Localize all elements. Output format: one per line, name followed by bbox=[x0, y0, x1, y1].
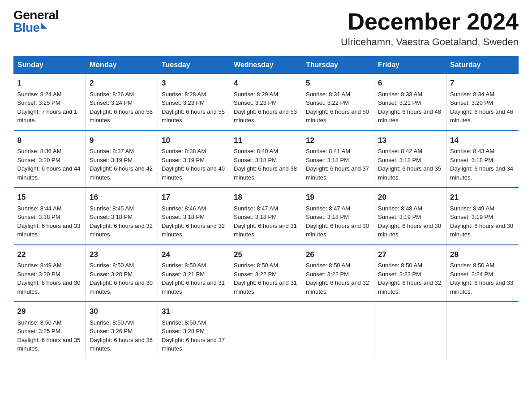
calendar-cell: 25Sunrise: 8:50 AMSunset: 3:22 PMDayligh… bbox=[230, 245, 302, 302]
day-info: Sunrise: 8:34 AMSunset: 3:20 PMDaylight:… bbox=[450, 91, 513, 124]
page-header: General Blue December 2024 Ulricehamn, V… bbox=[13, 9, 519, 48]
calendar-cell: 18Sunrise: 8:47 AMSunset: 3:18 PMDayligh… bbox=[230, 188, 302, 245]
day-info: Sunrise: 8:43 AMSunset: 3:18 PMDaylight:… bbox=[450, 148, 513, 181]
calendar-cell: 12Sunrise: 8:41 AMSunset: 3:18 PMDayligh… bbox=[302, 131, 374, 188]
calendar-cell: 23Sunrise: 8:50 AMSunset: 3:20 PMDayligh… bbox=[86, 245, 158, 302]
calendar-cell bbox=[230, 302, 302, 359]
day-number: 12 bbox=[306, 135, 370, 146]
day-number: 20 bbox=[378, 192, 442, 203]
calendar-cell: 15Sunrise: 8:44 AMSunset: 3:18 PMDayligh… bbox=[14, 188, 86, 245]
location-title: Ulricehamn, Vaestra Goetaland, Sweden bbox=[341, 36, 519, 48]
day-number: 3 bbox=[162, 77, 226, 89]
day-info: Sunrise: 8:49 AMSunset: 3:20 PMDaylight:… bbox=[17, 262, 81, 295]
calendar-cell: 30Sunrise: 8:50 AMSunset: 3:26 PMDayligh… bbox=[86, 302, 158, 359]
calendar-cell: 16Sunrise: 8:45 AMSunset: 3:18 PMDayligh… bbox=[86, 188, 158, 245]
weekday-header-friday: Friday bbox=[374, 56, 446, 74]
day-number: 16 bbox=[90, 192, 154, 203]
calendar-cell: 5Sunrise: 8:31 AMSunset: 3:22 PMDaylight… bbox=[302, 74, 374, 131]
calendar-cell: 28Sunrise: 8:50 AMSunset: 3:24 PMDayligh… bbox=[446, 245, 519, 302]
day-number: 1 bbox=[17, 77, 82, 89]
day-info: Sunrise: 8:50 AMSunset: 3:20 PMDaylight:… bbox=[90, 262, 153, 295]
calendar-cell: 26Sunrise: 8:50 AMSunset: 3:22 PMDayligh… bbox=[302, 245, 374, 302]
weekday-header-sunday: Sunday bbox=[14, 56, 86, 74]
calendar-cell: 19Sunrise: 8:47 AMSunset: 3:18 PMDayligh… bbox=[302, 188, 374, 245]
calendar-week-row: 29Sunrise: 8:50 AMSunset: 3:25 PMDayligh… bbox=[14, 302, 519, 359]
weekday-header-tuesday: Tuesday bbox=[158, 56, 230, 74]
calendar-week-row: 15Sunrise: 8:44 AMSunset: 3:18 PMDayligh… bbox=[14, 188, 519, 245]
day-number: 13 bbox=[378, 135, 442, 146]
calendar-cell: 7Sunrise: 8:34 AMSunset: 3:20 PMDaylight… bbox=[446, 74, 519, 131]
weekday-header-row: SundayMondayTuesdayWednesdayThursdayFrid… bbox=[14, 56, 519, 74]
day-info: Sunrise: 8:28 AMSunset: 3:23 PMDaylight:… bbox=[162, 91, 225, 124]
day-number: 18 bbox=[234, 192, 298, 203]
weekday-header-monday: Monday bbox=[86, 56, 158, 74]
day-info: Sunrise: 8:37 AMSunset: 3:19 PMDaylight:… bbox=[90, 148, 153, 181]
logo: General Blue bbox=[13, 9, 59, 34]
calendar-cell: 31Sunrise: 8:50 AMSunset: 3:28 PMDayligh… bbox=[158, 302, 230, 359]
day-info: Sunrise: 8:24 AMSunset: 3:25 PMDaylight:… bbox=[17, 91, 77, 124]
day-number: 25 bbox=[234, 249, 298, 261]
day-info: Sunrise: 8:26 AMSunset: 3:24 PMDaylight:… bbox=[90, 91, 153, 124]
calendar-cell: 11Sunrise: 8:40 AMSunset: 3:18 PMDayligh… bbox=[230, 131, 302, 188]
day-info: Sunrise: 8:47 AMSunset: 3:18 PMDaylight:… bbox=[306, 205, 369, 238]
calendar-cell: 8Sunrise: 8:36 AMSunset: 3:20 PMDaylight… bbox=[14, 131, 86, 188]
calendar-cell: 9Sunrise: 8:37 AMSunset: 3:19 PMDaylight… bbox=[86, 131, 158, 188]
day-number: 15 bbox=[17, 192, 82, 203]
month-title: December 2024 bbox=[341, 9, 519, 34]
calendar-cell bbox=[374, 302, 446, 359]
day-info: Sunrise: 8:42 AMSunset: 3:18 PMDaylight:… bbox=[378, 148, 441, 181]
title-block: December 2024 Ulricehamn, Vaestra Goetal… bbox=[341, 9, 519, 48]
calendar-cell: 21Sunrise: 8:49 AMSunset: 3:19 PMDayligh… bbox=[446, 188, 519, 245]
calendar-week-row: 8Sunrise: 8:36 AMSunset: 3:20 PMDaylight… bbox=[14, 131, 519, 188]
day-number: 26 bbox=[306, 249, 370, 261]
day-info: Sunrise: 8:50 AMSunset: 3:28 PMDaylight:… bbox=[162, 319, 225, 352]
day-info: Sunrise: 8:47 AMSunset: 3:18 PMDaylight:… bbox=[234, 205, 297, 238]
calendar-cell: 4Sunrise: 8:29 AMSunset: 3:23 PMDaylight… bbox=[230, 74, 302, 131]
day-number: 14 bbox=[450, 135, 515, 146]
day-info: Sunrise: 8:44 AMSunset: 3:18 PMDaylight:… bbox=[17, 205, 81, 238]
calendar-table: SundayMondayTuesdayWednesdayThursdayFrid… bbox=[13, 56, 519, 359]
day-number: 30 bbox=[90, 306, 154, 317]
day-number: 11 bbox=[234, 135, 298, 146]
day-info: Sunrise: 8:50 AMSunset: 3:25 PMDaylight:… bbox=[17, 319, 81, 352]
calendar-cell: 1Sunrise: 8:24 AMSunset: 3:25 PMDaylight… bbox=[14, 74, 86, 131]
day-info: Sunrise: 8:45 AMSunset: 3:18 PMDaylight:… bbox=[90, 205, 153, 238]
calendar-cell bbox=[302, 302, 374, 359]
day-info: Sunrise: 8:50 AMSunset: 3:24 PMDaylight:… bbox=[450, 262, 513, 295]
day-info: Sunrise: 8:50 AMSunset: 3:22 PMDaylight:… bbox=[306, 262, 369, 295]
day-number: 21 bbox=[450, 192, 515, 203]
calendar-week-row: 22Sunrise: 8:49 AMSunset: 3:20 PMDayligh… bbox=[14, 245, 519, 302]
weekday-header-thursday: Thursday bbox=[302, 56, 374, 74]
weekday-header-saturday: Saturday bbox=[446, 56, 519, 74]
day-number: 29 bbox=[17, 306, 82, 317]
calendar-week-row: 1Sunrise: 8:24 AMSunset: 3:25 PMDaylight… bbox=[14, 74, 519, 131]
calendar-cell: 2Sunrise: 8:26 AMSunset: 3:24 PMDaylight… bbox=[86, 74, 158, 131]
day-info: Sunrise: 8:50 AMSunset: 3:23 PMDaylight:… bbox=[378, 262, 441, 295]
day-info: Sunrise: 8:50 AMSunset: 3:21 PMDaylight:… bbox=[162, 262, 225, 295]
day-info: Sunrise: 8:29 AMSunset: 3:23 PMDaylight:… bbox=[234, 91, 297, 124]
logo-blue-text: Blue bbox=[13, 21, 40, 34]
day-number: 19 bbox=[306, 192, 370, 203]
day-number: 23 bbox=[90, 249, 154, 261]
day-info: Sunrise: 8:48 AMSunset: 3:19 PMDaylight:… bbox=[378, 205, 441, 238]
day-number: 31 bbox=[162, 306, 226, 317]
calendar-cell: 29Sunrise: 8:50 AMSunset: 3:25 PMDayligh… bbox=[14, 302, 86, 359]
weekday-header-wednesday: Wednesday bbox=[230, 56, 302, 74]
day-number: 17 bbox=[162, 192, 226, 203]
day-info: Sunrise: 8:46 AMSunset: 3:18 PMDaylight:… bbox=[162, 205, 225, 238]
calendar-cell: 17Sunrise: 8:46 AMSunset: 3:18 PMDayligh… bbox=[158, 188, 230, 245]
calendar-cell: 6Sunrise: 8:33 AMSunset: 3:21 PMDaylight… bbox=[374, 74, 446, 131]
calendar-cell: 27Sunrise: 8:50 AMSunset: 3:23 PMDayligh… bbox=[374, 245, 446, 302]
logo-triangle-icon bbox=[41, 22, 47, 29]
day-number: 5 bbox=[306, 77, 370, 89]
day-number: 22 bbox=[17, 249, 82, 261]
day-number: 7 bbox=[450, 77, 515, 89]
day-info: Sunrise: 8:50 AMSunset: 3:26 PMDaylight:… bbox=[90, 319, 153, 352]
day-number: 9 bbox=[90, 135, 154, 146]
calendar-cell: 3Sunrise: 8:28 AMSunset: 3:23 PMDaylight… bbox=[158, 74, 230, 131]
day-number: 27 bbox=[378, 249, 442, 261]
day-info: Sunrise: 8:31 AMSunset: 3:22 PMDaylight:… bbox=[306, 91, 369, 124]
day-info: Sunrise: 8:38 AMSunset: 3:19 PMDaylight:… bbox=[162, 148, 225, 181]
day-info: Sunrise: 8:41 AMSunset: 3:18 PMDaylight:… bbox=[306, 148, 369, 181]
day-number: 10 bbox=[162, 135, 226, 146]
